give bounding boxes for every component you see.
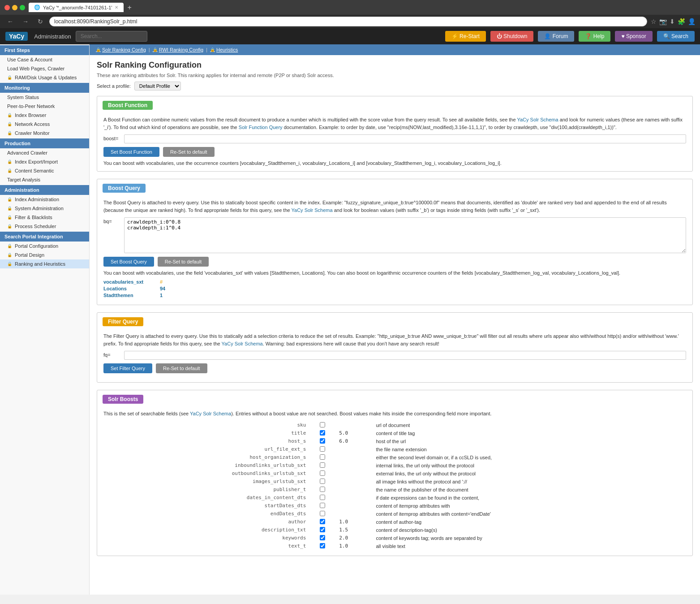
new-tab-button[interactable]: + — [127, 4, 131, 12]
field-check-text-t[interactable] — [309, 542, 336, 550]
yacy-solr-schema-link-4[interactable]: YaCy Solr Schema — [190, 411, 231, 416]
top-navigation: YaCy Administration ⚡ Re-Start ⏻ Shutdow… — [0, 28, 700, 44]
screenshot-icon[interactable]: 📷 — [659, 18, 667, 25]
sidebar-item-index-admin[interactable]: Index Administration — [0, 195, 89, 204]
checkbox-url-file-ext-s[interactable] — [320, 446, 325, 452]
sidebar-item-load-web[interactable]: Load Web Pages, Crawler — [0, 64, 89, 73]
sidebar-item-portal-design[interactable]: Portal Design — [0, 250, 89, 259]
checkbox-dates-content[interactable] — [320, 495, 325, 500]
checkbox-title[interactable] — [320, 430, 325, 436]
maximize-window-btn[interactable] — [20, 5, 25, 10]
checkbox-inbound-links[interactable] — [320, 462, 325, 468]
checkbox-host-org-s[interactable] — [320, 454, 325, 460]
table-row: text_t 1.0 all visible text — [103, 542, 686, 550]
sidebar-item-process-scheduler[interactable]: Process Scheduler — [0, 222, 89, 231]
breadcrumb-rwi-ranking[interactable]: RWI Ranking Config — [153, 47, 203, 52]
profile-select[interactable]: Default Profile — [134, 82, 181, 91]
sidebar-item-ram-disk[interactable]: RAM/Disk Usage & Updates — [0, 73, 89, 82]
checkbox-outbound-links[interactable] — [320, 470, 325, 476]
download-icon[interactable]: ⬇ — [670, 18, 675, 25]
sidebar-item-system-status[interactable]: System Status — [0, 93, 89, 102]
reload-button[interactable]: ↻ — [35, 17, 46, 26]
field-check-host-org-s[interactable] — [309, 453, 336, 462]
field-name-sku: sku — [103, 421, 309, 429]
set-boost-function-button[interactable]: Set Boost Function — [103, 147, 159, 157]
sidebar-item-crawler-monitor[interactable]: Crawler Monitor — [0, 129, 89, 138]
sidebar-item-network-access[interactable]: Network Access — [0, 120, 89, 129]
table-row: endDates_dts content of itemprop attribu… — [103, 510, 686, 518]
field-check-publisher-t[interactable] — [309, 486, 336, 494]
sidebar-item-content-semantic[interactable]: Content Semantic — [0, 166, 89, 175]
sidebar-item-index-export[interactable]: Index Export/Import — [0, 157, 89, 166]
field-check-inbound-links[interactable] — [309, 462, 336, 470]
field-check-start-dates[interactable] — [309, 502, 336, 510]
search-button[interactable]: 🔍 Search — [657, 31, 695, 42]
sidebar-item-p2p-network[interactable]: Peer-to-Peer Network — [0, 102, 89, 111]
checkbox-publisher-t[interactable] — [320, 487, 325, 492]
help-button[interactable]: ❓ Help — [579, 31, 610, 42]
nav-search-input[interactable] — [76, 31, 147, 42]
checkbox-sku[interactable] — [320, 422, 325, 427]
extension-icon[interactable]: 🧩 — [678, 18, 685, 25]
sidebar-item-index-browser[interactable]: Index Browser — [0, 111, 89, 120]
field-check-sku[interactable] — [309, 421, 336, 429]
sidebar-item-system-admin[interactable]: System Administration — [0, 204, 89, 213]
back-button[interactable]: ← — [4, 17, 16, 26]
set-filter-query-button[interactable]: Set Filter Query — [103, 363, 152, 373]
yacy-solr-schema-link-2[interactable]: YaCy Solr Schema — [292, 207, 333, 213]
vocab-edit-icon[interactable]: # — [160, 279, 163, 285]
sidebar-item-ranking-heuristics[interactable]: Ranking and Heuristics — [0, 259, 89, 268]
sidebar-item-portal-config[interactable]: Portal Configuration — [0, 242, 89, 250]
reset-boost-function-button[interactable]: Re-Set to default — [163, 147, 215, 157]
restart-button[interactable]: ⚡ Re-Start — [445, 31, 486, 42]
checkbox-start-dates[interactable] — [320, 503, 325, 508]
field-check-keywords[interactable] — [309, 534, 336, 542]
breadcrumb-heuristics[interactable]: Heuristics — [210, 47, 238, 52]
sponsor-button[interactable]: ♥ Sponsor — [615, 31, 652, 42]
field-check-images-urlstub[interactable] — [309, 478, 336, 486]
boost-input[interactable] — [124, 134, 686, 143]
field-check-end-dates[interactable] — [309, 510, 336, 518]
tab-close-icon[interactable]: ✕ — [115, 5, 118, 10]
field-check-outbound-links[interactable] — [309, 470, 336, 478]
browser-tab[interactable]: 🌐 YaCy '*_anonxmfe-74101261-1' ✕ — [29, 3, 124, 12]
field-check-dates-content[interactable] — [309, 494, 336, 502]
checkbox-description-txt[interactable] — [320, 527, 325, 532]
field-check-host-s[interactable] — [309, 437, 336, 445]
checkbox-text-t[interactable] — [320, 543, 325, 548]
close-window-btn[interactable] — [4, 5, 10, 10]
checkbox-host-s[interactable] — [320, 438, 325, 444]
minimize-window-btn[interactable] — [12, 5, 17, 10]
field-check-title[interactable] — [309, 429, 336, 437]
checkbox-keywords[interactable] — [320, 535, 325, 540]
breadcrumb-solr-ranking[interactable]: Solr Ranking Config — [96, 47, 146, 52]
set-boost-query-button[interactable]: Set Boost Query — [103, 257, 154, 267]
forum-button[interactable]: 👤 Forum — [538, 31, 574, 42]
url-input[interactable] — [49, 17, 647, 26]
field-desc-images-urlstub: all image links without the protocol and… — [373, 478, 686, 486]
yacy-solr-schema-link-1[interactable]: YaCy Solr Schema — [517, 117, 558, 122]
checkbox-images-urlstub[interactable] — [320, 479, 325, 484]
profile-icon[interactable]: 👤 — [688, 18, 696, 25]
sidebar-item-target-analysis[interactable]: Target Analysis — [0, 175, 89, 184]
field-check-author[interactable] — [309, 518, 336, 526]
checkbox-end-dates[interactable] — [320, 511, 325, 516]
solr-function-query-link[interactable]: Solr Function Query — [239, 125, 283, 130]
fq-input[interactable] — [124, 351, 686, 360]
bq-textarea[interactable]: crawldepth_i:0^0.8 crawldepth_i:1^0.4 — [124, 217, 686, 253]
shutdown-button[interactable]: ⏻ Shutdown — [490, 31, 534, 42]
sidebar-item-advanced-crawler[interactable]: Advanced Crawler — [0, 148, 89, 157]
filter-query-content: The Filter Query is attached to every qu… — [97, 329, 692, 382]
checkbox-author[interactable] — [320, 519, 325, 524]
sidebar-item-filter-blacklists[interactable]: Filter & Blacklists — [0, 213, 89, 222]
field-check-description-txt[interactable] — [309, 526, 336, 534]
reset-boost-query-button[interactable]: Re-Set to default — [158, 257, 209, 267]
forward-button[interactable]: → — [20, 17, 31, 26]
yacy-solr-schema-link-3[interactable]: YaCy Solr Schema — [222, 341, 263, 346]
reset-filter-query-button[interactable]: Re-Set to default — [156, 363, 207, 373]
sidebar-item-use-case[interactable]: Use Case & Account — [0, 55, 89, 64]
field-desc-outbound-links: external links, the url only without the… — [373, 470, 686, 478]
field-check-url-file-ext-s[interactable] — [309, 445, 336, 453]
bookmark-icon[interactable]: ☆ — [651, 18, 657, 25]
solr-boosts-header: Solr Boosts — [103, 395, 143, 404]
